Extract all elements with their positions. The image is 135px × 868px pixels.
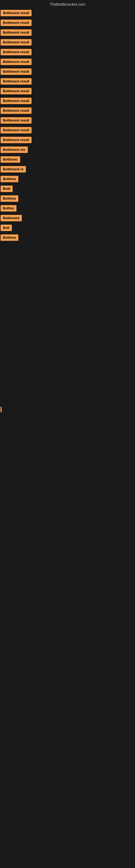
bottleneck-badge[interactable]: Bottleneck result bbox=[1, 10, 32, 16]
site-title: TheBottlenecker.com bbox=[0, 0, 135, 8]
bottleneck-badge[interactable]: Bottleneck result bbox=[1, 107, 32, 114]
bottleneck-badge[interactable]: Bottleneck re bbox=[1, 166, 26, 173]
bottleneck-badge[interactable]: Bottleneck result bbox=[1, 20, 32, 26]
page-wrapper: TheBottlenecker.com Bottleneck resultBot… bbox=[0, 0, 135, 629]
bottleneck-badge[interactable]: Bottlenec bbox=[1, 156, 20, 163]
list-item[interactable]: Bottleneck bbox=[0, 214, 135, 223]
bottleneck-badge[interactable]: Bottlene bbox=[1, 176, 18, 182]
list-item[interactable]: Bottleneck result bbox=[0, 19, 135, 28]
items-list: Bottleneck resultBottleneck resultBottle… bbox=[0, 8, 135, 244]
list-item[interactable]: Bottlen bbox=[0, 204, 135, 214]
list-item[interactable]: Bottleneck res bbox=[0, 145, 135, 155]
list-item[interactable]: Bottlenec bbox=[0, 155, 135, 165]
bottleneck-badge[interactable]: Bott bbox=[1, 225, 12, 231]
list-item[interactable]: Bottleneck result bbox=[0, 28, 135, 38]
bottleneck-badge[interactable]: Bottleneck result bbox=[1, 39, 32, 45]
list-item[interactable]: Bottlene bbox=[0, 194, 135, 204]
list-item[interactable]: Bottleneck result bbox=[0, 126, 135, 135]
list-item[interactable]: Bottlene bbox=[0, 175, 135, 184]
bottleneck-badge[interactable]: Bottl bbox=[1, 186, 13, 192]
list-item[interactable]: Bottleneck re bbox=[0, 165, 135, 175]
bottleneck-badge[interactable]: Bottleneck result bbox=[1, 78, 32, 85]
list-item[interactable]: Bottleneck result bbox=[0, 9, 135, 19]
list-item[interactable]: Bottleneck result bbox=[0, 135, 135, 145]
empty-section bbox=[0, 244, 135, 407]
bottleneck-badge[interactable]: Bottlene bbox=[1, 235, 18, 241]
bottleneck-badge[interactable]: Bottleneck result bbox=[1, 137, 32, 143]
list-item[interactable]: Bottleneck result bbox=[0, 67, 135, 77]
list-item[interactable]: Bottleneck result bbox=[0, 48, 135, 58]
bottleneck-badge[interactable]: Bottlen bbox=[1, 205, 16, 212]
bottleneck-badge[interactable]: Bottleneck bbox=[1, 215, 22, 221]
bottleneck-badge[interactable]: Bottleneck result bbox=[1, 68, 32, 75]
list-item[interactable]: Bottlene bbox=[0, 233, 135, 243]
bottleneck-badge[interactable]: Bottleneck result bbox=[1, 117, 32, 124]
list-item[interactable]: Bottleneck result bbox=[0, 97, 135, 106]
list-item[interactable]: Bott bbox=[0, 223, 135, 233]
bottleneck-badge[interactable]: Bottleneck result bbox=[1, 59, 32, 65]
bottleneck-badge[interactable]: Bottleneck result bbox=[1, 49, 32, 55]
list-item[interactable]: Bottl bbox=[0, 184, 135, 194]
list-item[interactable]: Bottleneck result bbox=[0, 38, 135, 48]
bottleneck-badge[interactable]: Bottleneck result bbox=[1, 127, 32, 133]
list-item[interactable]: Bottleneck result bbox=[0, 106, 135, 116]
bottleneck-badge[interactable]: Bottleneck result bbox=[1, 88, 32, 94]
dark-section-2 bbox=[0, 412, 135, 629]
bottleneck-badge[interactable]: Bottleneck result bbox=[1, 29, 32, 36]
list-item[interactable]: Bottleneck result bbox=[0, 116, 135, 126]
bottleneck-badge[interactable]: Bottleneck result bbox=[1, 98, 32, 104]
bottleneck-badge[interactable]: Bottlene bbox=[1, 195, 18, 202]
bottleneck-badge[interactable]: Bottleneck res bbox=[1, 147, 28, 153]
list-item[interactable]: Bottleneck result bbox=[0, 58, 135, 67]
list-item[interactable]: Bottleneck result bbox=[0, 77, 135, 87]
list-item[interactable]: Bottleneck result bbox=[0, 87, 135, 97]
cursor-indicator bbox=[1, 407, 2, 412]
